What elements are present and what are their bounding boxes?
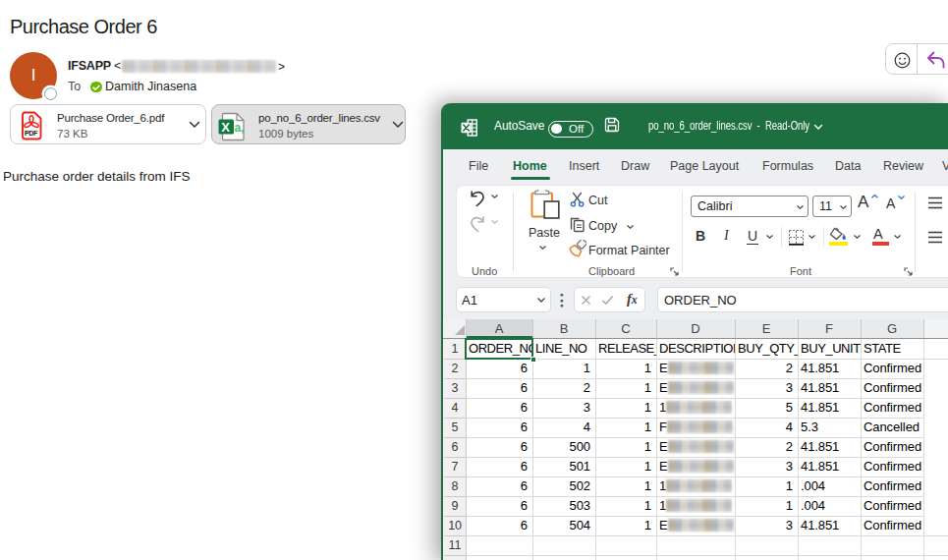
svg-text:a,: a,	[235, 120, 245, 134]
svg-text:X: X	[221, 119, 230, 134]
svg-text:PDF: PDF	[25, 130, 38, 137]
